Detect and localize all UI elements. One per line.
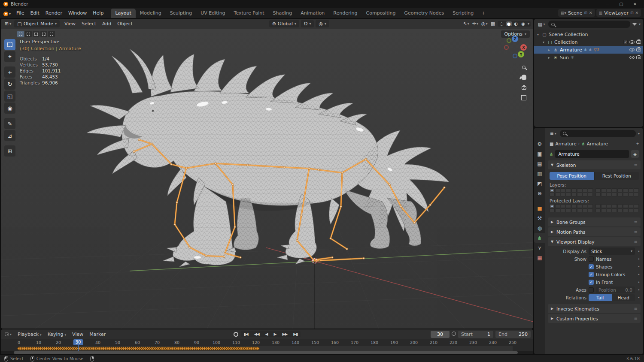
protected-layer-13[interactable] [577, 208, 582, 212]
properties-tab-view-layer[interactable]: ▥ [534, 169, 545, 178]
armature-layer-30[interactable] [629, 193, 634, 196]
armature-layer-27[interactable] [612, 193, 617, 196]
workspace-tab-sculpting[interactable]: Sculpting [166, 9, 196, 18]
properties-tab-scene[interactable]: ◩ [534, 178, 545, 188]
protected-layer-22[interactable] [629, 204, 634, 208]
protected-layer-19[interactable] [612, 204, 617, 208]
timeline-scrollbar[interactable] [1, 351, 533, 354]
play-reverse-button[interactable]: ◀ [262, 331, 271, 337]
disclosure-icon[interactable]: ▸ [547, 56, 551, 60]
hide-in-viewport-toggle[interactable] [629, 56, 635, 59]
axes-position-slider[interactable]: Position 0.0 [596, 287, 635, 293]
keyframe-track[interactable] [1, 346, 533, 351]
properties-tab-output[interactable]: ▤ [534, 159, 545, 169]
remove-view-layer-button[interactable]: ✕ [635, 11, 638, 15]
armature-layer-10[interactable] [561, 193, 566, 196]
collection-checkbox[interactable]: ✓ [623, 40, 628, 44]
protected-layer-26[interactable] [607, 208, 612, 212]
mode-dropdown[interactable]: ▢ Object Mode ▾ [14, 20, 60, 27]
menu-edit[interactable]: Edit [27, 9, 42, 17]
timeline-menu-marker[interactable]: Marker [86, 331, 109, 338]
fake-user-button[interactable]: ◈ [631, 150, 639, 158]
toggle-xray-button[interactable]: ▩ [490, 21, 495, 27]
armature-layer-5[interactable] [577, 188, 582, 192]
maximize-button[interactable]: ▢ [616, 2, 627, 6]
protected-layer-9[interactable] [555, 208, 560, 212]
panel-header-motion-paths[interactable]: ▶ Motion Paths ≡ [548, 227, 641, 236]
hide-in-viewport-toggle[interactable] [629, 48, 635, 51]
workspace-tab-rendering[interactable]: Rendering [329, 9, 361, 18]
properties-tab-constraints[interactable]: ⚒ [534, 213, 545, 223]
armature-layer-3[interactable] [566, 188, 571, 192]
timeline-editor-type-button[interactable]: ▾ [3, 332, 13, 336]
workspace-tab-uv-editing[interactable]: UV Editing [196, 9, 229, 18]
checkbox-names[interactable] [589, 256, 594, 262]
protected-layer-31[interactable] [634, 208, 639, 212]
scrollbar-handle[interactable] [14, 351, 518, 354]
protected-layer-7[interactable] [588, 204, 593, 208]
decorator-dot[interactable]: • [637, 272, 641, 277]
select-mode-invert-button[interactable] [40, 31, 47, 37]
disclosure-icon[interactable]: ▾ [536, 33, 540, 36]
workspace-tab-compositing[interactable]: Compositing [362, 9, 400, 18]
tool-rotate[interactable]: ↻ [4, 78, 15, 90]
filter-icon[interactable] [632, 23, 637, 26]
armature-layer-25[interactable] [601, 193, 606, 196]
protected-layer-18[interactable] [607, 204, 612, 208]
add-view-layer-button[interactable]: ⊞ [630, 11, 634, 15]
protected-layer-20[interactable] [617, 204, 623, 208]
jump-to-start-button[interactable]: ▮◀ [241, 331, 251, 337]
axis-z-button[interactable]: Z [512, 36, 518, 42]
panel-header-skeleton[interactable]: ▼ Skeleton ≡ [548, 160, 641, 169]
decorator-dot[interactable]: • [637, 288, 641, 292]
armature-layer-6[interactable] [583, 188, 588, 192]
protected-layer-24[interactable] [595, 208, 601, 212]
panel-header-bone-groups[interactable]: ▶ Bone Groups ≡ [548, 217, 641, 226]
shading-solid-button[interactable]: ● [506, 21, 512, 26]
armature-layer-8[interactable] [550, 193, 555, 196]
protected-layer-6[interactable] [583, 204, 588, 208]
outliner-row-collection[interactable]: ▾▢Collection✓ [534, 38, 643, 46]
protected-layer-15[interactable] [588, 208, 593, 212]
workspace-tab-scripting[interactable]: Scripting [448, 9, 478, 18]
timeline-menu-view[interactable]: View [69, 331, 86, 338]
camera-view-button[interactable] [522, 85, 526, 91]
outliner-row-sun[interactable]: ▸☀Sun☼ [534, 54, 643, 61]
tool-cursor[interactable]: ⌖ [4, 51, 15, 62]
frame-start-field[interactable]: Start 1 [458, 331, 493, 338]
hide-in-viewport-toggle[interactable] [629, 40, 635, 44]
tool-move[interactable]: + [4, 66, 15, 78]
shading-dropdown[interactable]: ▾ [528, 22, 529, 26]
decorator-dot[interactable]: • [637, 249, 641, 253]
close-button[interactable]: ✕ [629, 2, 641, 6]
properties-tab-world[interactable]: ⊕ [534, 188, 545, 198]
toggle-perspective-button[interactable] [521, 95, 526, 102]
workspace-tab-geometry-nodes[interactable]: Geometry Nodes [400, 9, 448, 18]
shading-rendered-button[interactable]: ◉ [520, 21, 526, 26]
disable-in-renders-toggle[interactable] [636, 40, 641, 44]
armature-layer-4[interactable] [571, 188, 577, 192]
armature-layer-0[interactable] [550, 188, 555, 192]
preview-range-button[interactable] [452, 332, 456, 337]
tool-scale[interactable]: ◱ [4, 90, 15, 102]
properties-tab-render[interactable]: ▣ [534, 149, 545, 159]
zoom-button[interactable] [522, 65, 526, 70]
outliner-row-armature[interactable]: ▸⋔Armature⋔⋔▽2 [534, 46, 643, 54]
protected-layer-16[interactable] [595, 204, 601, 208]
properties-tab-bone[interactable]: ⋎ [534, 243, 545, 253]
tool-select-box[interactable] [4, 39, 15, 50]
protected-layer-10[interactable] [561, 208, 566, 212]
protected-layer-1[interactable] [555, 204, 560, 208]
timeline-menu-playback[interactable]: Playback▾ [15, 331, 45, 338]
properties-search-input[interactable] [560, 130, 636, 137]
panel-header-custom-properties[interactable]: ▶ Custom Properties ≡ [548, 314, 641, 323]
axis-x-button[interactable]: X [520, 44, 527, 51]
navigation-gizmo[interactable]: Z X Y [503, 36, 527, 60]
protected-layer-14[interactable] [583, 208, 588, 212]
armature-layer-12[interactable] [571, 193, 577, 196]
transform-orientation-dropdown[interactable]: ⊕ Global ▾ [269, 20, 299, 27]
protected-layer-28[interactable] [617, 208, 623, 212]
protected-layer-5[interactable] [577, 204, 582, 208]
armature-layer-24[interactable] [595, 193, 601, 196]
armature-layer-26[interactable] [607, 193, 612, 196]
